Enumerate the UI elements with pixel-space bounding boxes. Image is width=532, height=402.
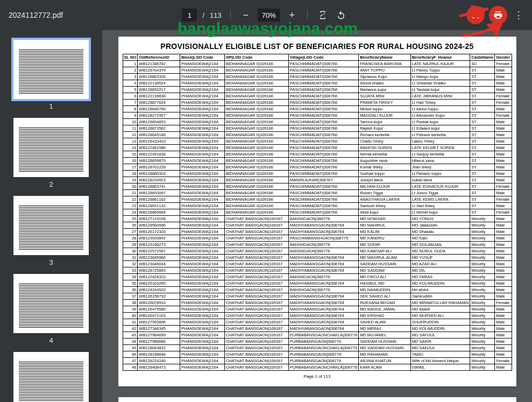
pdf-page-2: 49WB129699993PHANSIDEWA|2164CHATHAT BANS…	[118, 397, 516, 402]
table-row: 48WB128408473PHANSIDEWA|2164CHATHAT BANS…	[123, 364, 512, 371]
table-row: 29WB123190273PHANSIDEWA|2164CHATHAT BANS…	[123, 242, 512, 248]
table-row: 13WB128433410PHANSIDEWA|2164BIDHANNAGAR …	[123, 138, 512, 145]
table-row: 31WB123045966PHANSIDEWA|2164CHATHAT BANS…	[123, 255, 512, 261]
table-row: 3WB128863326PHANSIDEWA|2164BIDHANNAGAR I…	[123, 74, 512, 80]
table-row: 21WB128653097PHANSIDEWA|2164BIDHANNAGAR …	[123, 190, 512, 196]
table-row: 38WB126078910PHANSIDEWA|2164CHATHAT BANS…	[123, 300, 512, 306]
table-row: 1WB121346782PHANSIDEWA|2164BIDHANNAGAR I…	[123, 61, 512, 67]
table-row: 35WB125103295PHANSIDEWA|2164CHATHAT BANS…	[123, 280, 512, 287]
column-header: CasteName	[470, 54, 495, 61]
thumbnail-page[interactable]: 1	[13, 40, 89, 110]
thumbnail-page[interactable]	[13, 352, 89, 402]
table-row: 24WB128869894PHANSIDEWA|2164BIDHANNAGAR …	[123, 209, 512, 216]
page-total-label: 113	[210, 11, 222, 19]
table-row: 7WB128877624PHANSIDEWA|2164BIDHANNAGAR I…	[123, 100, 512, 106]
filename-label: 2024112772.pdf	[6, 11, 63, 19]
column-header: GP|LGD Code	[224, 54, 288, 61]
table-row: 37WB126158732PHANSIDEWA|2164CHATHAT BANS…	[123, 293, 512, 300]
annotation-arrow-print	[460, 17, 514, 39]
table-row: 42WB127346345PHANSIDEWA|2164CHATHAT BANS…	[123, 326, 512, 332]
table-row: 33WB128725893PHANSIDEWA|2164CHATHAT BANS…	[123, 267, 512, 274]
table-row: 16WB128659870PHANSIDEWA|2164BIDHANNAGAR …	[123, 158, 512, 164]
table-row: 44WB127980086PHANSIDEWA|2164CHATHAT BANS…	[123, 338, 512, 345]
table-row: 18WB128880316PHANSIDEWA|2164BIDHANNAGAR …	[123, 171, 512, 177]
column-header: OldReferenceID	[138, 54, 180, 61]
table-row: 6WB122139838PHANSIDEWA|2164BIDHANNAGAR I…	[123, 93, 512, 100]
table-row: 11WB128873562PHANSIDEWA|2164BIDHANNAGAR …	[123, 125, 512, 132]
table-row: 15WB122491838PHANSIDEWA|2164BIDHANNAGAR …	[123, 151, 512, 158]
table-row: 41WB127593896PHANSIDEWA|2164CHATHAT BANS…	[123, 319, 512, 326]
document-title: PROVISIONALLY ELIGIBLE LIST OF BENEFICIA…	[123, 42, 512, 51]
column-header: Block|LGD Code	[180, 54, 225, 61]
table-row: 2WB128704379PHANSIDEWA|2164BIDHANNAGAR I…	[123, 67, 512, 74]
column-header: SL NO	[123, 54, 138, 61]
page-footer: Page 1 of 113	[123, 374, 512, 379]
table-row: 47WB128224240PHANSIDEWA|2164CHATHAT BANS…	[123, 358, 512, 364]
pdf-page-1: PROVISIONALLY ELIGIBLE LIST OF BENEFICIA…	[118, 37, 516, 386]
table-row: 30WB122572567PHANSIDEWA|2164CHATHAT BANS…	[123, 248, 512, 255]
main-area: 1234 PROVISIONALLY ELIGIBLE LIST OF BENE…	[0, 30, 532, 402]
table-row: 25WB127124158PHANSIDEWA|2164CHATHAT BANS…	[123, 216, 512, 222]
thumbnail-label: 1	[49, 102, 53, 110]
watermark-text: banglaawasyojana.com	[178, 19, 358, 38]
table-row: 4WB122138524PHANSIDEWA|2164BIDHANNAGAR I…	[123, 80, 512, 87]
svg-line-0	[459, 9, 488, 16]
table-row: 26WB128504596PHANSIDEWA|2164CHATHAT BANS…	[123, 222, 512, 229]
table-row: 43WB127984099PHANSIDEWA|2164CHATHAT BANS…	[123, 332, 512, 338]
table-row: 17WB128701228PHANSIDEWA|2164BIDHANNAGAR …	[123, 164, 512, 171]
column-header: Gender	[495, 54, 512, 61]
table-row: 10WB128654053PHANSIDEWA|2164BIDHANNAGAR …	[123, 119, 512, 125]
thumbnail-page[interactable]: 4	[13, 274, 89, 344]
thumbnail-label: 4	[49, 336, 53, 344]
column-header: BeneficiaryF_Hname	[410, 54, 470, 61]
page-viewport[interactable]: PROVISIONALLY ELIGIBLE LIST OF BENEFICIA…	[102, 30, 532, 402]
table-row: 22WB128861102PHANSIDEWA|2164BIDHANNAGAR …	[123, 196, 512, 203]
table-row: 8WB128640790PHANSIDEWA|2164BIDHANNAGAR I…	[123, 106, 512, 112]
divider	[230, 10, 231, 20]
table-row: 32WB123046034PHANSIDEWA|2164CHATHAT BANS…	[123, 261, 512, 267]
column-header: Village|LGD Code	[288, 54, 358, 61]
divider	[307, 10, 308, 20]
table-row: 23WB128651132PHANSIDEWA|2164BIDHANNAGAR …	[123, 203, 512, 209]
thumbnail-label: 2	[49, 180, 53, 188]
table-row: 14WB122481586PHANSIDEWA|2164BIDHANNAGAR …	[123, 145, 512, 151]
table-row: 27WB126172320PHANSIDEWA|2164CHATHAT BANS…	[123, 229, 512, 235]
page-separator: /	[202, 11, 204, 19]
table-row: 45WB128043832PHANSIDEWA|2164CHATHAT BANS…	[123, 345, 512, 351]
table-row: 36WB124244520PHANSIDEWA|2164CHATHAT BANS…	[123, 287, 512, 293]
beneficiary-table: SL NOOldReferenceIDBlock|LGD CodeGP|LGD …	[123, 54, 512, 371]
table-row: 5WB128652217PHANSIDEWA|2164BIDHANNAGAR I…	[123, 87, 512, 93]
column-header: BeneficiaryName	[359, 54, 411, 61]
table-row: 28WB123933842PHANSIDEWA|2164CHATHAT BANS…	[123, 235, 512, 242]
table-row: 40WB126471103PHANSIDEWA|2164CHATHAT BANS…	[123, 313, 512, 319]
table-row: 9WB128272457PHANSIDEWA|2164BIDHANNAGAR I…	[123, 112, 512, 119]
table-row: 20WB128863741PHANSIDEWA|2164BIDHANNAGAR …	[123, 184, 512, 190]
thumbnail-page[interactable]: 2	[13, 118, 89, 188]
thumbnail-label: 3	[49, 258, 53, 266]
thumbnail-page[interactable]: 3	[13, 196, 89, 266]
table-row: 19WB128234923PHANSIDEWA|2164BIDHANNAGAR …	[123, 177, 512, 184]
table-row: 12WB128645180PHANSIDEWA|2164BIDHANNAGAR …	[123, 132, 512, 138]
thumbnail-sidebar[interactable]: 1234	[0, 30, 102, 402]
table-row: 39WB126479580PHANSIDEWA|2164CHATHAT BANS…	[123, 306, 512, 313]
table-row: 34WB122426310PHANSIDEWA|2164CHATHAT BANS…	[123, 274, 512, 280]
table-row: 46WB128198646PHANSIDEWA|2164CHATHAT BANS…	[123, 351, 512, 358]
